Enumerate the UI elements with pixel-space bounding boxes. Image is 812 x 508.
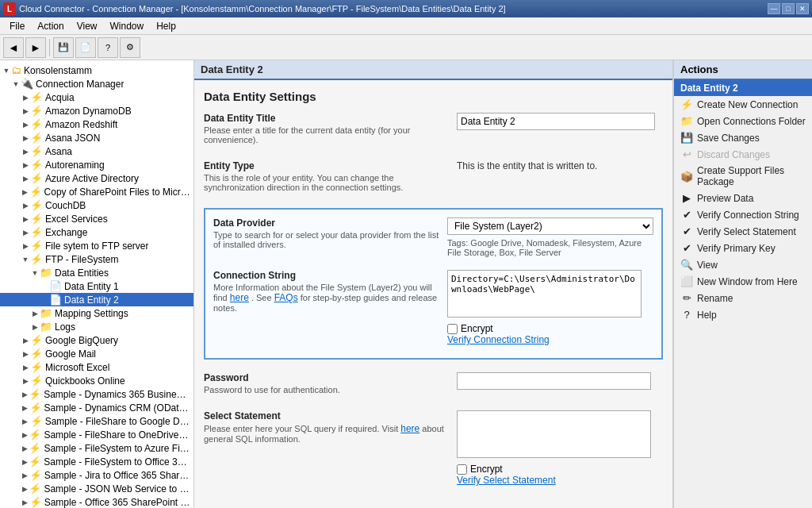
action-label: Rename [697,293,733,304]
tree-label: Sample - Office 365 SharePoint to Micr [44,497,190,508]
tree-item-excel-services[interactable]: ▶ ⚡ Excel Services [0,212,193,225]
tree-item-data-entity-2[interactable]: 📄 Data Entity 2 [0,293,193,306]
conn-string-link1[interactable]: here [230,292,249,303]
data-provider-group: Data Provider Type to search for or sele… [213,217,653,257]
tree-item-sample-jira[interactable]: ▶ ⚡ Sample - Jira to Office 365 SharePoi… [0,468,193,482]
back-button[interactable]: ◄ [3,37,24,58]
menu-action[interactable]: Action [31,19,70,33]
select-statement-input[interactable] [457,410,651,458]
expand-icon: ▶ [21,404,29,412]
conn-string-input[interactable]: Directory=C:\Users\Administrator\Downloa… [447,270,642,318]
tree-item-connection-manager[interactable]: ▼ 🔌 Connection Manager [0,77,193,90]
action-view[interactable]: 🔍 View [674,256,812,273]
extra-button[interactable]: ⚙ [120,37,140,58]
tree-label: Data Entity 2 [64,294,119,306]
tree-item-sample-fileshare-google[interactable]: ▶ ⚡ Sample - FileShare to Google Drive [0,414,193,428]
new-button[interactable]: 📄 [75,37,96,58]
folder-icon: 📁 [40,321,52,333]
tree-item-asana[interactable]: ▶ ⚡ Asana [0,144,193,158]
action-label: Open Connections Folder [697,116,806,127]
expand-icon: ▼ [21,256,30,264]
tree-item-autorenaming[interactable]: ▶ ⚡ Autorenaming [0,158,193,171]
action-verify-primary-key[interactable]: ✔ Verify Primary Key [674,240,812,256]
tree-item-google-bigquery[interactable]: ▶ ⚡ Google BigQuery [0,333,193,347]
tree-item-sample-d365[interactable]: ▶ ⚡ Sample - Dynamics 365 Business Centr… [0,387,193,401]
action-rename[interactable]: ✏ Rename [674,290,812,306]
tree-item-sample-fileshare-onedrive[interactable]: ▶ ⚡ Sample - FileShare to OneDrive (Fast… [0,428,193,441]
tree-label: File sytem to FTP server [45,241,148,252]
password-input[interactable] [457,372,651,390]
entity-title-input[interactable] [457,113,655,130]
entity-title-group: Data Entity Title Please enter a title f… [204,113,663,148]
verify-select-row: Verify Select Statement [457,475,663,486]
entity-title-desc: Please enter a title for the current dat… [204,125,449,144]
password-desc: Password to use for authentication. [204,385,449,394]
tree-item-acquia[interactable]: ▶ ⚡ Acquia [0,90,193,104]
verify-conn-link[interactable]: Verify Connection String [447,334,550,345]
tree-item-sample-o365-micr[interactable]: ▶ ⚡ Sample - Office 365 SharePoint to Mi… [0,495,193,508]
entity-type-row: Entity Type This is the role of your ent… [204,160,663,195]
action-verify-conn-string[interactable]: ✔ Verify Connection String [674,206,812,223]
maximize-button[interactable]: □ [782,3,795,14]
tree-item-azure-ad[interactable]: ▶ ⚡ Azure Active Directory [0,171,193,185]
tree-item-asana-json[interactable]: ▶ ⚡ Asana JSON [0,131,193,144]
action-create-connection[interactable]: ⚡ Create New Connection [674,96,812,113]
tree-item-data-entity-1[interactable]: 📄 Data Entity 1 [0,279,193,293]
tree-item-logs[interactable]: ▶ 📁 Logs [0,320,193,333]
tree-item-file-ftp[interactable]: ▶ ⚡ File sytem to FTP server [0,239,193,252]
action-verify-select[interactable]: ✔ Verify Select Statement [674,223,812,240]
select-here-link[interactable]: here [400,423,419,434]
minimize-button[interactable]: — [768,3,780,14]
tree-item-amazon-dynamodb[interactable]: ▶ ⚡ Amazon DynamoDB [0,104,193,117]
tree-label: Sample - FileSystem to Office 365 Share [44,456,190,468]
tree-item-amazon-redshift[interactable]: ▶ ⚡ Amazon Redshift [0,117,193,131]
provider-select[interactable]: File System (Layer2) [447,217,653,235]
action-preview-data[interactable]: ▶ Preview Data [674,190,812,206]
action-save-changes[interactable]: 💾 Save Changes [674,129,812,146]
expand-icon: ▶ [21,337,30,344]
tree-item-microsoft-excel[interactable]: ▶ ⚡ Microsoft Excel [0,360,193,374]
help-toolbar-button[interactable]: ? [98,37,118,58]
menu-file[interactable]: File [3,19,31,33]
save-button[interactable]: 💾 [53,37,74,58]
expand-icon: ▼ [30,269,40,277]
verify-select-link[interactable]: Verify Select Statement [457,475,556,486]
close-button[interactable]: ✕ [796,3,809,14]
tree-item-data-entities[interactable]: ▼ 📁 Data Entities [0,266,193,279]
action-create-support-package[interactable]: 📦 Create Support Files Package [674,163,812,190]
package-icon: 📦 [680,171,693,183]
tree-item-quickbooks[interactable]: ▶ ⚡ Quickbooks Online [0,374,193,387]
encrypt-checkbox[interactable] [447,324,458,334]
folder-icon: 📁 [40,307,52,319]
tree-item-sample-filesystem-azure[interactable]: ▶ ⚡ Sample - FileSystem to Azure File St… [0,441,193,455]
tree-item-konsolenstamm[interactable]: ▼ 🗂 Konsolenstamm [0,64,193,77]
menu-help[interactable]: Help [150,19,182,33]
tree-item-copy-sharepoint[interactable]: ▶ ⚡ Copy of SharePoint Files to Microsof… [0,185,193,198]
menu-window[interactable]: Window [104,19,151,33]
select-encrypt-checkbox[interactable] [457,464,467,475]
expand-icon: ▶ [21,498,29,506]
rename-icon: ✏ [680,292,693,304]
tree-item-mapping-settings[interactable]: ▶ 📁 Mapping Settings [0,306,193,320]
faqs-link[interactable]: FAQs [274,292,298,303]
menu-view[interactable]: View [71,19,104,33]
tree-item-sample-json[interactable]: ▶ ⚡ Sample - JSON Web Service to Office … [0,482,193,495]
tree-item-sample-filesystem-o365[interactable]: ▶ ⚡ Sample - FileSystem to Office 365 Sh… [0,455,193,468]
expand-icon: ▶ [21,175,30,183]
expand-icon: ▶ [21,134,30,142]
window-controls: — □ ✕ [768,3,809,14]
center-tab-title: Data Entity 2 [201,64,263,75]
tree-label: Acquia [45,92,75,103]
tree-item-exchange[interactable]: ▶ ⚡ Exchange [0,225,193,239]
action-open-connections-folder[interactable]: 📁 Open Connections Folder [674,113,812,129]
forward-button[interactable]: ► [25,37,46,58]
action-help[interactable]: ? Help [674,306,812,323]
tree-label: Mapping Settings [55,308,128,319]
expand-icon: ▶ [21,350,30,358]
tree-label: Quickbooks Online [45,375,125,387]
tree-item-google-mail[interactable]: ▶ ⚡ Google Mail [0,347,193,360]
tree-item-sample-dcrm[interactable]: ▶ ⚡ Sample - Dynamics CRM (OData) to Of [0,401,193,414]
tree-item-ftp-filesystem[interactable]: ▼ ⚡ FTP - FileSystem [0,252,193,266]
action-new-window[interactable]: ⬜ New Window from Here [674,273,812,290]
tree-item-couchdb[interactable]: ▶ ⚡ CouchDB [0,198,193,212]
